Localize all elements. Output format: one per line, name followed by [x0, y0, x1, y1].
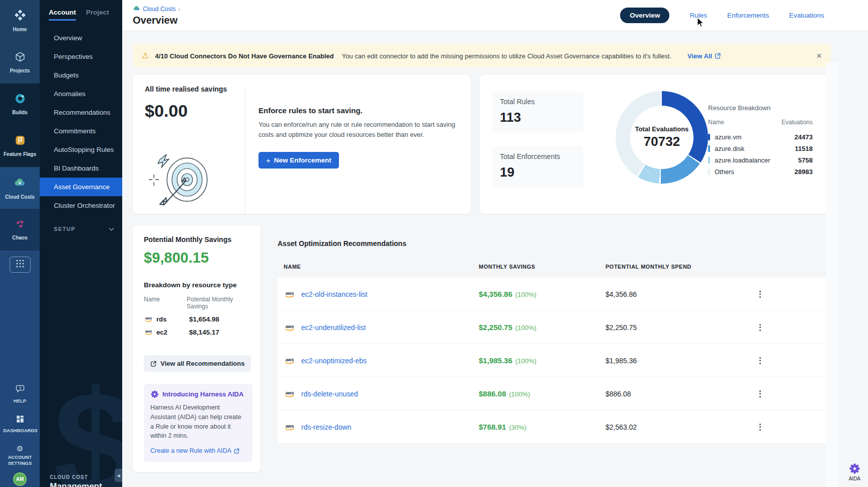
savings-percent: (100%) [515, 324, 537, 332]
resource-type-header: Name Potential Monthly Savings [144, 296, 252, 310]
row-menu-kebab-icon[interactable] [753, 321, 766, 334]
view-all-link[interactable]: View All [687, 52, 721, 60]
module-footer-name: Management [50, 481, 102, 487]
totals-column: Total Rules 113 Total Enforcements 19 [492, 91, 583, 202]
external-link-icon [150, 361, 156, 367]
recommendation-link[interactable]: rds-resize-down [301, 423, 352, 431]
rail-item-builds[interactable]: Builds [0, 84, 40, 125]
aida-fab[interactable]: AIDA [849, 463, 860, 481]
table-row: rds-delete-unused $886.08 (100%) $886.08 [278, 377, 831, 411]
setup-section-toggle[interactable]: SETUP [40, 226, 122, 232]
rail-label: Feature Flags [4, 151, 36, 157]
row-menu-kebab-icon[interactable] [753, 288, 766, 301]
scrollbar-track[interactable] [826, 63, 839, 487]
asset-optimization-title: Asset Optimization Recommendations [278, 239, 831, 248]
row-menu-kebab-icon[interactable] [753, 354, 766, 367]
breakdown-row: azure.loadbalancer 5758 [708, 154, 813, 166]
sidebar-item-budgets[interactable]: Budgets [40, 66, 122, 85]
table-row: rds-resize-down $768.91 (30%) $2,563.02 [278, 411, 831, 444]
tab-project[interactable]: Project [86, 9, 109, 21]
view-all-recommendations-button[interactable]: View all Recommendations [144, 355, 251, 372]
tab-evaluations[interactable]: Evaluations [789, 12, 824, 19]
resource-type-value: $1,654.98 [189, 315, 219, 323]
user-avatar[interactable]: AM [13, 472, 27, 486]
tab-account[interactable]: Account [49, 9, 76, 21]
total-rules-value: 113 [500, 110, 575, 125]
donut-center-value: 70732 [644, 134, 680, 149]
breadcrumb-caret: › [178, 6, 180, 12]
sidebar-item-overview[interactable]: Overview [40, 29, 122, 47]
asset-optimization-section: Asset Optimization Recommendations NAME … [278, 225, 831, 444]
recommendation-link[interactable]: ec2-unoptimized-ebs [301, 357, 367, 365]
banner-close-icon[interactable]: × [816, 51, 822, 60]
potential-spend-value: $2,563.02 [605, 423, 746, 431]
row-menu-kebab-icon[interactable] [753, 387, 766, 400]
sidebar-item-commitments[interactable]: Commitments [40, 122, 122, 140]
rail-item-feature-flags[interactable]: Feature Flags [0, 125, 40, 167]
resource-type-breakdown-title: Breakdown by resource type [144, 281, 252, 289]
app-window: Home Projects Builds [0, 0, 868, 487]
page-title: Overview [133, 15, 180, 26]
gear-icon: ⚙ [17, 445, 23, 452]
table-row: ec2-underutilized-list $2,250.75 (100%) … [278, 311, 831, 344]
potential-spend-value: $4,356.86 [605, 290, 746, 298]
breadcrumb-label[interactable]: Cloud Costs [143, 6, 176, 13]
breakdown-value: 24473 [795, 133, 813, 141]
account-settings-button[interactable]: ⚙ ACCOUNT SETTINGS [4, 445, 37, 466]
evaluations-donut-chart: Total Evaluations 70732 [616, 91, 708, 184]
sidebar-item-perspectives[interactable]: Perspectives [40, 47, 122, 66]
potential-spend-value: $2,250.75 [605, 323, 746, 332]
tab-overview[interactable]: Overview [620, 8, 669, 23]
sidebar-item-anomalies[interactable]: Anomalies [40, 85, 122, 103]
rail-item-chaos[interactable]: Chaos [0, 209, 40, 251]
breakdown-name: Others [715, 168, 734, 176]
sidebar-item-bi-dashboards[interactable]: BI Dashboards [40, 159, 122, 178]
rail-item-projects[interactable]: Projects [0, 42, 40, 84]
module-grid-button[interactable] [10, 257, 31, 273]
warning-icon: ⚠ [142, 52, 149, 60]
tab-enforcements[interactable]: Enforcements [727, 12, 769, 19]
aida-fab-label: AIDA [849, 476, 860, 481]
rail-label: DASHBOARDS [4, 428, 37, 434]
recommendation-link[interactable]: ec2-old-instances-list [301, 290, 368, 298]
sidebar-collapse-button[interactable]: ◀ [115, 469, 122, 482]
rail-label: Builds [12, 110, 28, 116]
sidebar-item-recommendations[interactable]: Recommendations [40, 103, 122, 122]
help-button[interactable]: ? HELP [14, 384, 26, 404]
page-content: ⚠ 4/10 Cloud Connectors Do Not Have Gove… [122, 31, 868, 487]
breadcrumb[interactable]: Cloud Costs › [133, 5, 180, 14]
main-area: Cloud Costs › Overview Overview Rules En… [122, 0, 868, 487]
resource-type-row: ec2 $8,145.17 [144, 329, 252, 336]
collapse-arrow-icon: ◀ [117, 473, 120, 478]
row-menu-kebab-icon[interactable] [753, 421, 766, 434]
pm-col-value: Potential Monthly Savings [187, 296, 252, 310]
rail-label: Projects [10, 68, 30, 74]
banner-message: You can edit connector to add the missin… [342, 52, 671, 60]
breakdown-name: azure.disk [715, 145, 744, 152]
evaluations-stats-card: Total Rules 113 Total Enforcements 19 To… [480, 75, 831, 214]
legend-chip [708, 157, 710, 164]
sidebar-item-autostopping-rules[interactable]: AutoStopping Rules [40, 140, 122, 159]
tab-rules[interactable]: Rules [689, 12, 707, 19]
aws-logo-icon [144, 316, 153, 322]
realised-savings-label: All time realised savings [145, 85, 245, 93]
setup-label: SETUP [54, 226, 75, 232]
aws-logo-icon [284, 423, 296, 431]
col-monthly-savings: MONTHLY SAVINGS [479, 264, 605, 270]
rail-item-cloud-costs[interactable]: $ Cloud Costs [0, 167, 40, 209]
harness-logo-icon [14, 9, 26, 23]
recommendation-link[interactable]: ec2-underutilized-list [301, 323, 366, 332]
new-enforcement-button[interactable]: + New Enforcement [258, 152, 339, 169]
page-header: Cloud Costs › Overview Overview Rules En… [122, 0, 868, 31]
aida-flower-icon [849, 463, 860, 474]
resource-breakdown: Resource Breakdown Name Evaluations azur… [708, 87, 813, 202]
rail-bottom-section: ? HELP DASHBOARDS ⚙ AC [0, 251, 40, 487]
rail-label: HELP [14, 398, 26, 404]
sidebar-item-cluster-orchestrator[interactable]: Cluster Orchestrator [40, 196, 122, 215]
sidebar-item-asset-governance[interactable]: Asset Governance [40, 178, 122, 196]
rail-item-home[interactable]: Home [0, 0, 40, 42]
aida-promo-panel: Introducing Harness AIDA Harness AI Deve… [144, 384, 252, 462]
dashboards-button[interactable]: DASHBOARDS [4, 415, 37, 434]
recommendation-link[interactable]: rds-delete-unused [301, 390, 358, 398]
create-rule-with-aida-link[interactable]: Create a new Rule with AIDA [150, 447, 239, 454]
